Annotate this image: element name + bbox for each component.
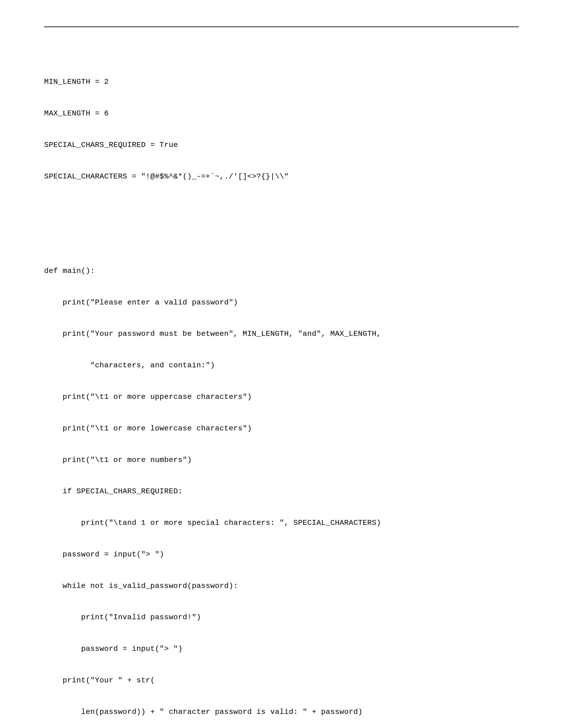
code-line: while not is_valid_password(password): [44,581,519,591]
code-line [44,203,519,213]
code-line: "characters, and contain:") [44,360,519,371]
code-line: print("\tand 1 or more special character… [44,518,519,528]
code-line: if SPECIAL_CHARS_REQUIRED: [44,486,519,497]
code-line: password = input("> ") [44,549,519,560]
code-line: print("Your " + str( [44,675,519,686]
code-line: print("\t1 or more lowercase characters"… [44,423,519,434]
code-line: password = input("> ") [44,644,519,654]
code-line: def main(): [44,266,519,276]
code-block: MIN_LENGTH = 2 MAX_LENGTH = 6 SPECIAL_CH… [44,56,519,728]
code-line: len(password)) + " character password is… [44,707,519,717]
code-line: print("Please enter a valid password") [44,297,519,308]
code-line: SPECIAL_CHARS_REQUIRED = True [44,140,519,150]
page-container: MIN_LENGTH = 2 MAX_LENGTH = 6 SPECIAL_CH… [0,0,563,728]
code-line: SPECIAL_CHARACTERS = "!@#$%^&*()_-=+`~,.… [44,171,519,182]
code-line: MAX_LENGTH = 6 [44,108,519,119]
code-line: print("Your password must be between", M… [44,329,519,339]
code-line: print("\t1 or more uppercase characters"… [44,392,519,402]
header-rule [44,26,519,27]
code-line [44,234,519,245]
code-line: print("Invalid password!") [44,612,519,623]
code-line: MIN_LENGTH = 2 [44,77,519,87]
code-line: print("\t1 or more numbers") [44,455,519,465]
